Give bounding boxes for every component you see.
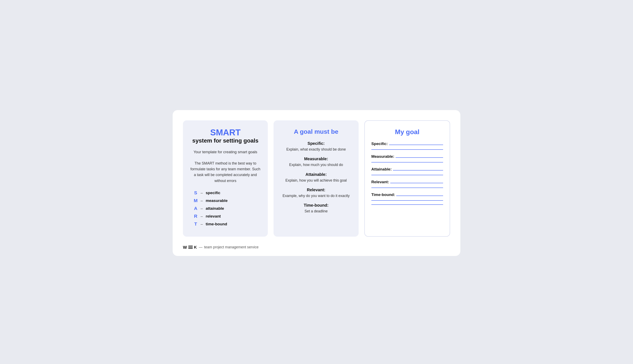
field-relevant-line (390, 183, 443, 183)
field-attainable-inline: Attainable: (371, 167, 443, 173)
goal-timebound-title: Time-bound: (280, 203, 352, 208)
system-title: system for setting goals (190, 137, 261, 144)
cards-row: SMART system for setting goals Your temp… (183, 120, 450, 237)
goal-relevant-desc: Example, why do you want to do it exactl… (280, 193, 352, 198)
label-measurable: measurable (206, 198, 228, 203)
field-measurable: Measurable: (371, 154, 443, 162)
goal-item-specific: Specific: Explain, what exactly should b… (280, 141, 352, 152)
goal-specific-desc: Explain, what exactly should be done (280, 147, 352, 152)
field-measurable-second-line (371, 162, 443, 162)
my-goal-title: My goal (371, 128, 443, 136)
goal-attainable-desc: Explain, how you will achieve this goal (280, 178, 352, 183)
footer-tagline: team project management service (204, 245, 259, 250)
goal-timebound-desc: Set a deadline (280, 208, 352, 214)
goal-item-timebound: Time-bound: Set a deadline (280, 203, 352, 214)
list-item-s: S – specific (194, 190, 261, 196)
goal-must-be-title: A goal must be (280, 128, 352, 135)
goal-measurable-desc: Explain, how much you should do (280, 162, 352, 168)
subtitle-text: Your template for creating smart goals (190, 149, 261, 155)
field-attainable: Attainable: (371, 167, 443, 175)
label-timebound: time-bound (206, 222, 227, 226)
dash-t: – (201, 222, 203, 226)
field-timebound-line (396, 196, 443, 196)
logo-bars-icon (188, 246, 193, 249)
card-smart-system: SMART system for setting goals Your temp… (183, 120, 268, 237)
field-measurable-line (396, 157, 443, 158)
field-timebound: Time-bound: (371, 192, 443, 205)
dash-m: – (201, 198, 203, 203)
description-text: The SMART method is the best way to form… (190, 160, 261, 184)
footer-divider: — (199, 245, 203, 250)
field-specific-line (389, 144, 443, 145)
goal-item-relevant: Relevant: Example, why do you want to do… (280, 188, 352, 198)
field-measurable-inline: Measurable: (371, 154, 443, 160)
field-attainable-line (393, 170, 443, 170)
field-timebound-label: Time-bound: (371, 192, 395, 197)
dash-a: – (201, 206, 203, 211)
letter-m: M (194, 198, 198, 203)
letter-a: A (194, 206, 198, 211)
label-relevant: relevant (206, 214, 221, 218)
letter-s: S (194, 190, 198, 196)
logo-bar-3 (188, 248, 193, 249)
logo-k: K (194, 245, 197, 250)
field-measurable-label: Measurable: (371, 154, 394, 159)
logo-bar-2 (188, 247, 193, 248)
field-relevant: Relevant: (371, 180, 443, 188)
smart-title: SMART (190, 128, 261, 137)
field-timebound-inline: Time-bound: (371, 192, 443, 198)
field-attainable-label: Attainable: (371, 167, 392, 172)
logo-bar-1 (188, 246, 193, 246)
dash-r: – (201, 214, 203, 218)
card-my-goal: My goal Specific: Measurable: Attainable… (364, 120, 450, 237)
logo: W K (183, 245, 197, 250)
list-item-r: R – relevant (194, 214, 261, 219)
label-specific: specific (206, 191, 220, 195)
field-specific: Specific: (371, 142, 443, 150)
main-container: SMART system for setting goals Your temp… (173, 110, 460, 256)
letter-r: R (194, 214, 198, 219)
goal-item-measurable: Measurable: Explain, how much you should… (280, 156, 352, 168)
goal-relevant-title: Relevant: (280, 188, 352, 192)
goal-specific-title: Specific: (280, 141, 352, 146)
field-relevant-inline: Relevant: (371, 180, 443, 186)
field-relevant-label: Relevant: (371, 180, 389, 184)
field-timebound-second-line (371, 200, 443, 201)
letter-t: T (194, 222, 198, 227)
field-timebound-third-line (371, 204, 443, 205)
footer: W K — team project management service (183, 244, 450, 250)
logo-w: W (183, 245, 187, 250)
label-attainable: attainable (206, 206, 224, 211)
list-item-m: M – measurable (194, 198, 261, 203)
goal-measurable-title: Measurable: (280, 156, 352, 161)
field-attainable-second-line (371, 175, 443, 175)
list-item-a: A – attainable (194, 206, 261, 211)
card-goal-must-be: A goal must be Specific: Explain, what e… (274, 120, 358, 237)
list-item-t: T – time-bound (194, 222, 261, 227)
field-specific-second-line (371, 149, 443, 150)
field-specific-inline: Specific: (371, 142, 443, 147)
field-relevant-second-line (371, 188, 443, 188)
goal-item-attainable: Attainable: Explain, how you will achiev… (280, 172, 352, 183)
goal-attainable-title: Attainable: (280, 172, 352, 177)
field-specific-label: Specific: (371, 142, 388, 146)
dash-s: – (201, 191, 203, 195)
smart-list: S – specific M – measurable A – attainab… (190, 190, 261, 227)
